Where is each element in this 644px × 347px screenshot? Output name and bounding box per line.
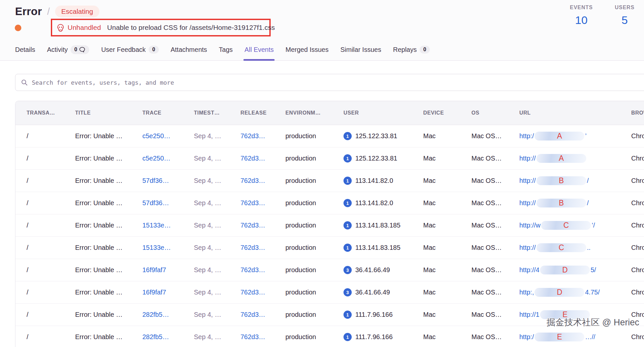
url-annotation-letter: D: [557, 288, 562, 297]
tab-badge: 0: [71, 45, 89, 54]
table-row[interactable]: / Error: Unable … 282fb5… Sep 4, … 762d3…: [15, 326, 644, 347]
release-link[interactable]: 762d3…: [240, 333, 285, 341]
trace-link[interactable]: 15133e…: [142, 222, 194, 229]
user-ip: 113.141.83.185: [355, 222, 401, 229]
transaction-cell: /: [27, 177, 75, 184]
tab-tags[interactable]: Tags: [219, 39, 233, 60]
events-table: TRANSA…TITLETRACETIMEST…RELEASEENVIRONM……: [15, 101, 644, 347]
browser-cell: Chro: [631, 333, 644, 341]
column-header: TIMEST…: [194, 110, 240, 116]
transaction-cell: /: [27, 333, 75, 341]
comment-icon: [79, 46, 86, 53]
url-link[interactable]: http:// C ..: [519, 243, 631, 252]
status-badge: Escalating: [55, 6, 99, 17]
trace-link[interactable]: 282fb5…: [142, 333, 194, 341]
release-link[interactable]: 762d3…: [240, 266, 285, 274]
url-link[interactable]: http:// B /: [519, 199, 631, 207]
user-cell: 1 125.122.33.81: [343, 154, 423, 163]
tab-all-events[interactable]: All Events: [244, 39, 274, 60]
url-redacted-blur: E: [534, 333, 584, 341]
table-row[interactable]: / Error: Unable … c5e250… Sep 4, … 762d3…: [15, 147, 644, 170]
release-link[interactable]: 762d3…: [240, 177, 285, 184]
url-link[interactable]: http:/ A ’: [519, 132, 631, 141]
device-cell: Mac: [423, 155, 471, 162]
events-stat-value[interactable]: 10: [570, 14, 593, 27]
table-row[interactable]: / Error: Unable … 57df36… Sep 4, … 762d3…: [15, 170, 644, 192]
user-cell: 1 111.7.96.166: [343, 333, 423, 341]
table-row[interactable]: / Error: Unable … 15133e… Sep 4, … 762d3…: [15, 237, 644, 259]
transaction-cell: /: [27, 222, 75, 229]
url-link[interactable]: http:, D 4.75/: [519, 288, 631, 297]
trace-link[interactable]: 57df36…: [142, 177, 194, 184]
column-header: URL: [519, 110, 631, 116]
trace-link[interactable]: 16f9faf7: [142, 266, 194, 274]
trace-link[interactable]: 15133e…: [142, 244, 194, 251]
trace-link[interactable]: 57df36…: [142, 199, 194, 207]
table-row[interactable]: / Error: Unable … 16f9faf7 Sep 4, … 762d…: [15, 259, 644, 281]
environment-cell: production: [285, 222, 343, 229]
url-link[interactable]: http:// A: [519, 154, 631, 163]
tab-badge-count: 0: [152, 47, 155, 53]
unhandled-label: Unhandled: [68, 24, 101, 32]
users-stat-value[interactable]: 5: [613, 14, 636, 27]
events-stat-label: EVENTS: [570, 5, 593, 11]
release-link[interactable]: 762d3…: [240, 155, 285, 162]
tab-activity[interactable]: Activity 0: [47, 39, 89, 60]
table-row[interactable]: / Error: Unable … 57df36… Sep 4, … 762d3…: [15, 192, 644, 214]
url-redacted-blur: D: [534, 288, 584, 297]
url-prefix: http://: [519, 155, 536, 162]
user-count-badge: 1: [343, 154, 352, 163]
url-prefix: http://: [519, 244, 536, 251]
os-cell: Mac OS…: [471, 177, 519, 184]
release-link[interactable]: 762d3…: [240, 132, 285, 140]
tab-replays[interactable]: Replays 0: [393, 39, 430, 60]
trace-link[interactable]: 16f9faf7: [142, 289, 194, 296]
user-cell: 3 36.41.66.49: [343, 288, 423, 296]
url-prefix: http://4: [519, 266, 539, 274]
url-link[interactable]: http:// B /: [519, 176, 631, 185]
url-annotation-letter: A: [557, 132, 562, 141]
release-link[interactable]: 762d3…: [240, 222, 285, 229]
user-cell: 1 125.122.33.81: [343, 132, 423, 140]
user-count-badge: 1: [343, 244, 352, 252]
url-redacted-blur: C: [536, 243, 586, 252]
tab-label: Tags: [219, 46, 233, 54]
url-redacted-blur: B: [536, 176, 586, 185]
tab-similar-issues[interactable]: Similar Issues: [340, 39, 381, 60]
tab-attachments[interactable]: Attachments: [171, 39, 207, 60]
release-link[interactable]: 762d3…: [240, 311, 285, 318]
table-row[interactable]: / Error: Unable … 15133e… Sep 4, … 762d3…: [15, 214, 644, 237]
environment-cell: production: [285, 289, 343, 296]
tab-badge: 0: [420, 46, 430, 54]
trace-link[interactable]: c5e250…: [142, 132, 194, 140]
timestamp-cell: Sep 4, …: [194, 266, 240, 274]
tab-details[interactable]: Details: [15, 39, 35, 60]
release-link[interactable]: 762d3…: [240, 199, 285, 207]
url-prefix: http:,: [519, 289, 534, 296]
url-annotation-letter: B: [559, 176, 564, 185]
transaction-cell: /: [27, 311, 75, 318]
url-suffix: /: [587, 177, 589, 184]
url-annotation-letter: C: [559, 243, 564, 252]
breadcrumb: Error / Escalating: [15, 5, 99, 18]
url-suffix: /: [587, 199, 589, 207]
page-title: Error: [15, 5, 42, 18]
user-count-badge: 1: [343, 311, 352, 319]
table-row[interactable]: / Error: Unable … c5e250… Sep 4, … 762d3…: [15, 125, 644, 147]
url-link[interactable]: http://w C ’/: [519, 221, 631, 230]
tab-user-feedback[interactable]: User Feedback 0: [101, 39, 159, 60]
column-header: DEVICE: [423, 110, 471, 116]
browser-cell: Chro: [631, 132, 644, 140]
search-input[interactable]: [32, 74, 644, 91]
trace-link[interactable]: 282fb5…: [142, 311, 194, 318]
tab-merged-issues[interactable]: Merged Issues: [285, 39, 328, 60]
trace-link[interactable]: c5e250…: [142, 155, 194, 162]
url-link[interactable]: http:/ E …//: [519, 333, 631, 341]
release-link[interactable]: 762d3…: [240, 289, 285, 296]
timestamp-cell: Sep 4, …: [194, 289, 240, 296]
tab-badge: 0: [149, 46, 159, 54]
browser-cell: Chro: [631, 177, 644, 184]
release-link[interactable]: 762d3…: [240, 244, 285, 251]
table-row[interactable]: / Error: Unable … 16f9faf7 Sep 4, … 762d…: [15, 281, 644, 304]
url-link[interactable]: http://4 D 5/: [519, 266, 631, 274]
